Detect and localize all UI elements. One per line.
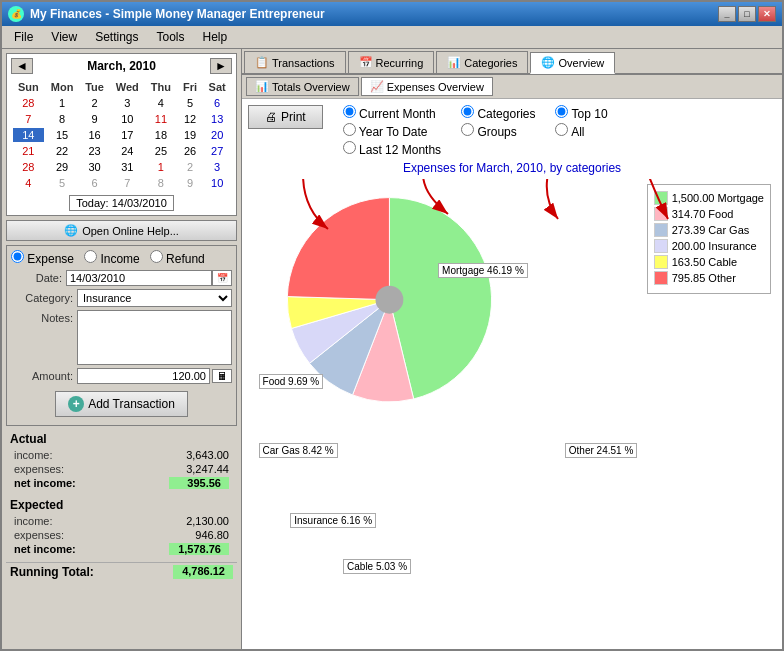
notes-textarea[interactable] [77,310,232,365]
cal-day[interactable]: 8 [46,112,79,126]
minimize-button[interactable]: _ [718,6,736,22]
cal-day[interactable]: 26 [178,144,202,158]
cal-day[interactable]: 7 [13,112,44,126]
cal-day-selected[interactable]: 14 [13,128,44,142]
cal-day[interactable]: 25 [146,144,176,158]
cal-day[interactable]: 5 [46,176,79,190]
expected-expenses-label: expenses: [14,529,64,541]
calculator-button[interactable]: 🖩 [212,369,232,383]
cal-day[interactable]: 4 [13,176,44,190]
category-select[interactable]: Insurance [77,289,232,307]
legend-item-mortgage: 1,500.00 Mortgage [654,191,764,205]
cal-day[interactable]: 29 [46,160,79,174]
cal-day[interactable]: 10 [204,176,230,190]
cal-day[interactable]: 9 [81,112,109,126]
cal-day[interactable]: 13 [204,112,230,126]
add-transaction-button[interactable]: + Add Transaction [55,391,188,417]
cal-day[interactable]: 3 [204,160,230,174]
all-radio-label[interactable]: All [555,123,607,139]
top10-radio[interactable] [555,105,568,118]
current-month-label[interactable]: Current Month [343,105,441,121]
date-input[interactable] [66,270,212,286]
cal-day[interactable]: 19 [178,128,202,142]
cal-day[interactable]: 28 [13,160,44,174]
tab-transactions[interactable]: 📋 Transactions [244,51,346,73]
cal-day[interactable]: 7 [110,176,144,190]
cal-day[interactable]: 12 [178,112,202,126]
calendar-picker-button[interactable]: 📅 [212,270,232,286]
actual-income-label: income: [14,449,53,461]
expense-radio[interactable] [11,250,24,263]
cal-day[interactable]: 11 [146,112,176,126]
cal-day[interactable]: 15 [46,128,79,142]
cal-day[interactable]: 27 [204,144,230,158]
cal-day[interactable]: 1 [146,160,176,174]
actual-net-income-label: net income: [14,477,76,489]
cal-day[interactable]: 8 [146,176,176,190]
cal-day[interactable]: 20 [204,128,230,142]
cal-day[interactable]: 6 [81,176,109,190]
cal-day[interactable]: 22 [46,144,79,158]
date-label: Date: [11,272,62,284]
tab-overview[interactable]: 🌐 Overview [530,52,615,74]
print-button[interactable]: 🖨 Print [248,105,323,129]
online-help-button[interactable]: 🌐 Open Online Help... [6,220,237,241]
groups-radio[interactable] [461,123,474,136]
tab-categories[interactable]: 📊 Categories [436,51,528,73]
cal-day[interactable]: 3 [110,96,144,110]
year-to-date-label[interactable]: Year To Date [343,123,441,139]
top10-radio-label[interactable]: Top 10 [555,105,607,121]
cal-day[interactable]: 21 [13,144,44,158]
last-12-months-label[interactable]: Last 12 Months [343,141,441,157]
cal-day[interactable]: 2 [81,96,109,110]
menu-view[interactable]: View [43,28,85,46]
today-button[interactable]: Today: 14/03/2010 [69,195,174,211]
cal-day[interactable]: 1 [46,96,79,110]
expected-title: Expected [10,498,233,512]
cal-header-sat: Sat [204,80,230,94]
cal-header-wed: Wed [110,80,144,94]
cal-day[interactable]: 4 [146,96,176,110]
sub-tab-expenses[interactable]: 📈 Expenses Overview [361,77,493,96]
cal-day[interactable]: 9 [178,176,202,190]
cal-day[interactable]: 23 [81,144,109,158]
pie-chart [258,179,558,439]
categories-radio[interactable] [461,105,474,118]
cal-day[interactable]: 24 [110,144,144,158]
cal-day[interactable]: 31 [110,160,144,174]
year-to-date-radio[interactable] [343,123,356,136]
cal-day[interactable]: 30 [81,160,109,174]
last-12-months-radio[interactable] [343,141,356,154]
calendar-prev[interactable]: ◄ [11,58,33,74]
menu-help[interactable]: Help [195,28,236,46]
sub-tab-totals[interactable]: 📊 Totals Overview [246,77,359,96]
close-button[interactable]: ✕ [758,6,776,22]
legend-color-insurance [654,239,668,253]
calendar: ◄ March, 2010 ► Sun Mon Tue Wed Thu Fri … [6,53,237,216]
cal-day[interactable]: 18 [146,128,176,142]
cal-day[interactable]: 16 [81,128,109,142]
income-radio-label[interactable]: Income [84,250,140,266]
tab-recurring[interactable]: 📅 Recurring [348,51,435,73]
amount-input[interactable] [77,368,210,384]
groups-radio-label[interactable]: Groups [461,123,535,139]
calendar-next[interactable]: ► [210,58,232,74]
menu-settings[interactable]: Settings [87,28,146,46]
legend-color-cable [654,255,668,269]
cal-day[interactable]: 2 [178,160,202,174]
cal-day[interactable]: 10 [110,112,144,126]
cal-day[interactable]: 28 [13,96,44,110]
menu-file[interactable]: File [6,28,41,46]
menu-tools[interactable]: Tools [149,28,193,46]
categories-radio-label[interactable]: Categories [461,105,535,121]
income-radio[interactable] [84,250,97,263]
cal-day[interactable]: 6 [204,96,230,110]
maximize-button[interactable]: □ [738,6,756,22]
cal-day[interactable]: 17 [110,128,144,142]
refund-radio[interactable] [150,250,163,263]
expense-radio-label[interactable]: Expense [11,250,74,266]
refund-radio-label[interactable]: Refund [150,250,205,266]
current-month-radio[interactable] [343,105,356,118]
cal-day[interactable]: 5 [178,96,202,110]
all-radio[interactable] [555,123,568,136]
